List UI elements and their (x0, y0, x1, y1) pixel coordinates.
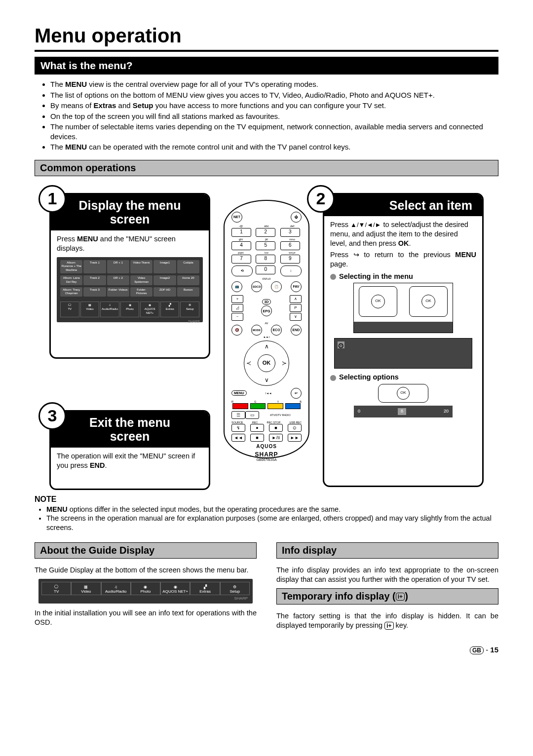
note-list: MENU options differ in the selected inpu… (35, 505, 498, 533)
section-info-display: Info display (276, 542, 498, 559)
info-display-p1: The info display provides an info text a… (276, 566, 498, 584)
gray-bullet-icon (330, 274, 336, 280)
remote-brand-sharp: SHARP (231, 451, 302, 458)
what-is-menu-bullets: The MENU view is the central overview pa… (35, 75, 498, 158)
remote-menu-button: MENU (231, 390, 247, 396)
step-2-badge: 2 (307, 185, 335, 213)
step-1-body: Press MENU and the "MENU" screen display… (57, 234, 203, 253)
common-operations-area: 1 2 3 Display the menu screen Press MENU… (35, 183, 498, 489)
section-common-operations: Common operations (35, 160, 498, 176)
remote-back-button: ↩ (291, 388, 302, 399)
section-about-guide: About the Guide Display (35, 542, 257, 559)
about-guide-p2: In the initial installation you will see… (35, 608, 257, 627)
remote-model: GB067WJSA (231, 458, 302, 461)
page-title: Menu operation (35, 25, 498, 52)
step-2-body-2: Press ↩ to return to the previous MENU p… (330, 250, 476, 269)
selecting-options-diagram: OK 0 8 20 (354, 384, 453, 417)
selecting-menu-diagram: OK OK (353, 283, 453, 333)
remote-dpad: OK ∧ ∨ ≺ ≻ (244, 340, 289, 386)
about-guide-p1: The Guide Display at the bottom of the s… (35, 566, 257, 575)
section-what-is-menu: What is the menu? (35, 57, 498, 75)
gb-badge: GB (470, 646, 484, 654)
gray-bullet-icon (330, 375, 336, 381)
step-3-card: Exit the menu screen The operation will … (49, 410, 210, 490)
menu-bar-diagram: 🖵TV ▦Video ♫Audio/Radio ◉Photo ◉AQUOS NE… (38, 579, 253, 604)
selecting-settings-strip: ⚙ (334, 338, 472, 369)
note-label: NOTE (35, 495, 498, 504)
step-3-title: Exit the menu screen (51, 412, 209, 448)
step-3-body: The operation will exit the "MENU" scree… (51, 448, 209, 474)
info-plus-icon: i+ (384, 622, 393, 630)
remote-brand-aquos: AQUOS (231, 444, 302, 449)
remote-power-button: ⏻ (291, 212, 302, 223)
step-2-card: Select an item Press ▲/▼/◄/► to select/a… (323, 193, 484, 487)
page-footer: GB - 15 (35, 645, 498, 654)
step-2-body-1: Press ▲/▼/◄/► to select/adjust the desir… (330, 220, 476, 248)
page-number: 15 (490, 645, 498, 654)
selecting-options-heading: Selecting options (330, 373, 476, 382)
step-2-title: Select an item (324, 194, 482, 217)
section-temporary-info: Temporary info display (i+) (276, 588, 498, 605)
back-icon: ↩ (353, 250, 359, 259)
selecting-in-menu-heading: Selecting in the menu (330, 272, 476, 281)
remote-control-diagram: NET ⏻ -@abcdef 1 2 3 ghijklmno 4 5 6 pqr… (224, 200, 309, 458)
remote-ok-button: OK (258, 354, 275, 372)
step-1-badge: 1 (38, 185, 66, 213)
remote-net-button: NET (231, 212, 242, 223)
step-3-badge: 3 (38, 402, 66, 430)
step-1-title: Display the menu screen (51, 194, 209, 231)
menu-screen-diagram: Album: Florence + The Machine Track 1 DR… (57, 257, 203, 322)
temporary-info-p: The factory setting is that the info dis… (276, 611, 498, 630)
info-plus-icon: i+ (396, 593, 405, 601)
step-1-card: Display the menu screen Press MENU and t… (49, 193, 210, 359)
